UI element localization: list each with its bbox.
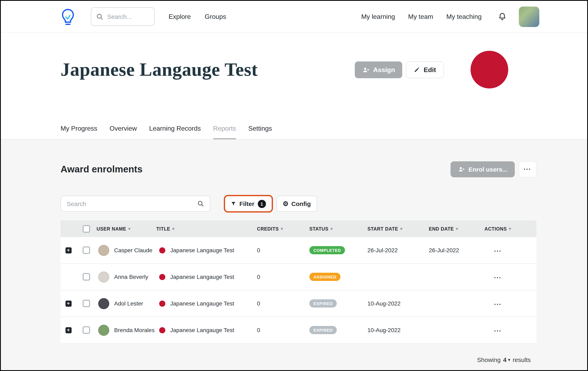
filter-count-badge: 1 [258, 200, 266, 208]
sort-caret-icon: ▾ [172, 227, 175, 231]
row-actions-icon[interactable]: ••• [494, 302, 502, 306]
tab-my-progress[interactable]: My Progress [61, 125, 97, 139]
award-thumbnail [159, 327, 165, 333]
funnel-icon [231, 201, 236, 206]
nav-link-my-teaching[interactable]: My teaching [446, 13, 482, 20]
user-avatar[interactable] [519, 6, 539, 27]
column-header-end-date[interactable]: END DATE▾ [429, 226, 484, 231]
row-actions-icon[interactable]: ••• [494, 249, 502, 253]
column-header-credits[interactable]: CREDITS▾ [257, 226, 309, 231]
global-search[interactable] [91, 7, 155, 26]
expand-row-icon[interactable]: + [65, 247, 71, 253]
more-actions-button[interactable]: ••• [519, 161, 536, 177]
person-plus-icon [362, 66, 369, 74]
tab-settings[interactable]: Settings [248, 125, 272, 139]
award-thumbnail [159, 300, 165, 306]
top-navbar: Explore Groups My learning My team My te… [1, 1, 587, 33]
award-title-cell[interactable]: Japanese Langauge Test [170, 247, 234, 253]
header-actions: Assign Edit [355, 61, 444, 78]
status-badge: EXPIRED [309, 299, 337, 307]
select-all-checkbox[interactable] [83, 225, 90, 232]
table-row: + Casper Claude Japanese Langauge Test 0… [61, 237, 536, 264]
start-date: 26-Jul-2022 [368, 247, 429, 253]
award-header: Japanese Langauge Test Assign Edit My Pr… [1, 33, 587, 140]
start-date: 10-Aug-2022 [368, 300, 429, 307]
row-checkbox[interactable] [83, 326, 90, 334]
enrol-users-label: Enrol users... [469, 166, 507, 173]
row-checkbox[interactable] [83, 247, 90, 254]
gear-icon: ⚙ [283, 200, 288, 207]
user-name[interactable]: Brenda Morales [114, 327, 155, 333]
column-header-status[interactable]: STATUS▾ [309, 226, 368, 231]
results-count-dropdown[interactable]: 4 ▾ [503, 356, 510, 363]
sort-caret-icon: ▾ [128, 227, 131, 231]
section-heading: Award enrolments [61, 164, 143, 175]
filter-button-label: Filter [239, 200, 254, 207]
enrol-users-button[interactable]: Enrol users... [451, 161, 515, 177]
row-checkbox[interactable] [83, 300, 90, 307]
sort-caret-icon: ▾ [456, 227, 458, 231]
avatar [98, 298, 109, 309]
table-row: + Anna Beverly Japanese Langauge Test 0 … [61, 264, 536, 290]
status-badge: ASSIGNED [309, 273, 340, 281]
tab-overview[interactable]: Overview [110, 125, 137, 139]
user-name[interactable]: Adol Lester [114, 300, 143, 307]
chevron-down-icon: ▾ [508, 358, 510, 362]
nav-link-my-learning[interactable]: My learning [361, 13, 395, 20]
results-count: 4 [503, 356, 507, 363]
user-name[interactable]: Anna Beverly [114, 273, 148, 280]
column-header-start-date[interactable]: START DATE▾ [368, 226, 429, 231]
main-content: Award enrolments Enrol users... ••• [1, 140, 587, 371]
end-date: 26-Jul-2022 [429, 247, 484, 253]
avatar [98, 325, 109, 336]
table-row: + Adol Lester Japanese Langauge Test 0 E… [61, 290, 536, 317]
content-header: Award enrolments Enrol users... ••• [61, 161, 536, 177]
row-checkbox[interactable] [83, 273, 90, 281]
sort-caret-icon: ▾ [400, 227, 402, 231]
column-header-title[interactable]: TITLE▾ [156, 226, 257, 231]
global-search-input[interactable] [107, 13, 149, 20]
award-title-cell[interactable]: Japanese Langauge Test [170, 273, 234, 280]
award-thumbnail [159, 247, 165, 253]
column-header-user-name[interactable]: USER NAME▾ [96, 226, 156, 231]
nav-link-groups[interactable]: Groups [205, 13, 226, 20]
award-title-cell[interactable]: Japanese Langauge Test [170, 327, 234, 333]
results-suffix: results [513, 356, 531, 363]
nav-link-my-team[interactable]: My team [408, 13, 433, 20]
table-search[interactable] [61, 196, 210, 212]
expand-row-icon[interactable]: + [65, 300, 71, 306]
section-actions: Enrol users... ••• [451, 161, 536, 177]
row-actions-icon[interactable]: ••• [494, 329, 502, 333]
edit-button[interactable]: Edit [406, 61, 444, 78]
tab-reports[interactable]: Reports [213, 125, 236, 139]
row-actions-icon[interactable]: ••• [494, 276, 502, 280]
notifications-bell-icon[interactable] [498, 12, 507, 21]
table-toolbar: Filter 1 ⚙ Config [61, 195, 317, 213]
config-button-label: Config [291, 200, 311, 207]
nav-link-explore[interactable]: Explore [168, 13, 191, 20]
tabs: My Progress Overview Learning Records Re… [61, 125, 272, 139]
expand-row-icon[interactable]: + [65, 327, 71, 333]
tab-learning-records[interactable]: Learning Records [149, 125, 201, 139]
assign-button[interactable]: Assign [355, 61, 402, 78]
assign-button-label: Assign [373, 66, 395, 74]
award-thumbnail [159, 274, 165, 280]
user-name[interactable]: Casper Claude [114, 247, 152, 253]
app-logo-icon[interactable] [61, 8, 75, 25]
sort-caret-icon: ▾ [509, 227, 511, 231]
sort-caret-icon: ▾ [281, 227, 283, 231]
app-window: Explore Groups My learning My team My te… [0, 0, 588, 371]
status-badge: COMPLETED [309, 246, 345, 254]
person-plus-icon [458, 166, 465, 173]
sort-caret-icon: ▾ [330, 227, 333, 231]
award-image [471, 51, 508, 88]
filter-button[interactable]: Filter 1 [224, 195, 273, 213]
enrolments-table: USER NAME▾ TITLE▾ CREDITS▾ STATUS▾ START… [61, 220, 536, 344]
edit-button-label: Edit [424, 66, 436, 74]
table-search-input[interactable] [67, 200, 197, 207]
table-header-row: USER NAME▾ TITLE▾ CREDITS▾ STATUS▾ START… [61, 220, 536, 237]
results-prefix: Showing [477, 356, 501, 363]
award-title-cell[interactable]: Japanese Langauge Test [170, 300, 234, 307]
config-button[interactable]: ⚙ Config [276, 196, 317, 212]
column-header-actions[interactable]: ACTIONS▾ [484, 226, 536, 231]
